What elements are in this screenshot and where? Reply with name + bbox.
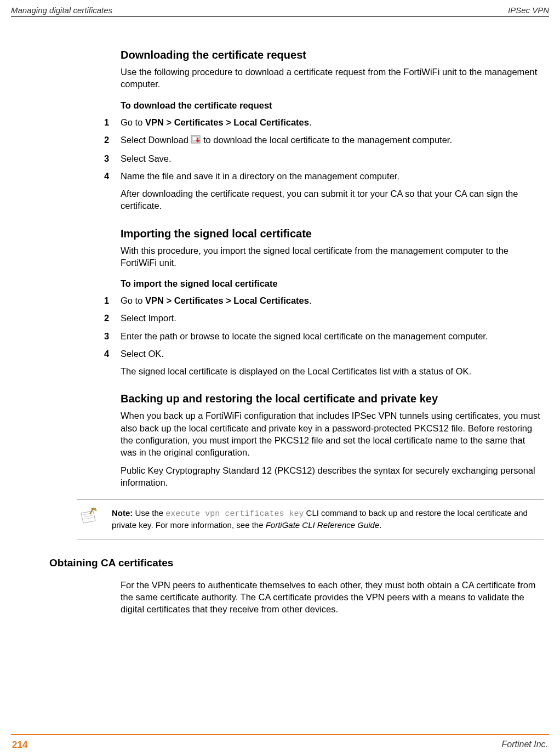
step-text-bold: VPN > Certificates > Local Certificates [145, 117, 309, 127]
note-ref: FortiGate CLI Reference Guide [266, 520, 380, 530]
step-row: 3 Select Save. [104, 152, 544, 164]
step-text-before: Go to [121, 295, 145, 305]
intro-s1: Use the following procedure to download … [121, 66, 544, 90]
step-number: 1 [104, 116, 121, 128]
step-row: 2 Select Import. [104, 312, 544, 324]
para-s4-1: For the VPN peers to authenticate themse… [121, 579, 544, 616]
note-t1: Use the [133, 508, 165, 518]
note-text: Note: Use the execute vpn certificates k… [112, 508, 544, 531]
step-number: 1 [104, 294, 121, 306]
step-text: Select Download to download the local ce… [121, 134, 544, 147]
post-text-s2: The signed local certificate is displaye… [121, 365, 544, 377]
intro-s2: With this procedure, you import the sign… [121, 245, 544, 269]
step-text: Enter the path or browse to locate the s… [121, 330, 544, 342]
heading-obtaining-ca: Obtaining CA certificates [49, 557, 544, 569]
step-row: 4 Select OK. [104, 348, 544, 360]
page-number: 214 [12, 740, 27, 751]
note-t3: . [379, 520, 381, 530]
note-icon [77, 508, 99, 531]
step-text: Select OK. [121, 348, 544, 360]
note-code: execute vpn certificates key [165, 509, 304, 519]
step-text: Go to VPN > Certificates > Local Certifi… [121, 294, 544, 306]
step-row: 4 Name the file and save it in a directo… [104, 170, 544, 182]
footer-right: Fortinet Inc. [502, 740, 548, 751]
heading-backing-up: Backing up and restoring the local certi… [121, 393, 544, 405]
step-number: 3 [104, 152, 121, 164]
step-number: 4 [104, 348, 121, 360]
subheading-import: To import the signed local certificate [121, 278, 544, 289]
note-box: Note: Use the execute vpn certificates k… [77, 499, 544, 539]
page-header: Managing digital certificates IPSec VPN [0, 0, 560, 16]
header-left: Managing digital certificates [11, 5, 112, 15]
step-number: 3 [104, 330, 121, 342]
header-right: IPSec VPN [508, 5, 549, 15]
post-text-s1: After downloading the certificate reques… [121, 187, 544, 212]
para-s3-1: When you back up a FortiWiFi configurati… [121, 410, 544, 458]
step-row: 2 Select Download to download the local … [104, 134, 544, 147]
step-number: 4 [104, 170, 121, 182]
svg-rect-1 [192, 137, 197, 140]
step-text-before: Select Download [121, 135, 191, 145]
step-number: 2 [104, 134, 121, 147]
step-text-before: Go to [121, 117, 145, 127]
step-text: Select Save. [121, 152, 544, 164]
step-text: Name the file and save it in a directory… [121, 170, 544, 182]
step-text-after: . [309, 117, 312, 127]
step-row: 1 Go to VPN > Certificates > Local Certi… [104, 294, 544, 306]
download-icon [191, 134, 201, 146]
page-content: Downloading the certificate request Use … [0, 17, 560, 615]
step-row: 3 Enter the path or browse to locate the… [104, 330, 544, 342]
subheading-download: To download the certificate request [121, 100, 544, 111]
step-text: Select Import. [121, 312, 544, 324]
page-footer: 214 Fortinet Inc. [0, 736, 560, 751]
footer-rule [11, 734, 549, 735]
heading-downloading-cert-request: Downloading the certificate request [121, 49, 544, 61]
step-row: 1 Go to VPN > Certificates > Local Certi… [104, 116, 544, 128]
step-text-bold: VPN > Certificates > Local Certificates [145, 295, 309, 305]
heading-importing-signed-cert: Importing the signed local certificate [121, 228, 544, 240]
note-label: Note: [112, 508, 133, 518]
step-number: 2 [104, 312, 121, 324]
step-text: Go to VPN > Certificates > Local Certifi… [121, 116, 544, 128]
para-s3-2: Public Key Cryptography Standard 12 (PKC… [121, 464, 544, 489]
step-text-after: . [309, 295, 312, 305]
step-text-after: to download the local certificate to the… [201, 135, 452, 145]
